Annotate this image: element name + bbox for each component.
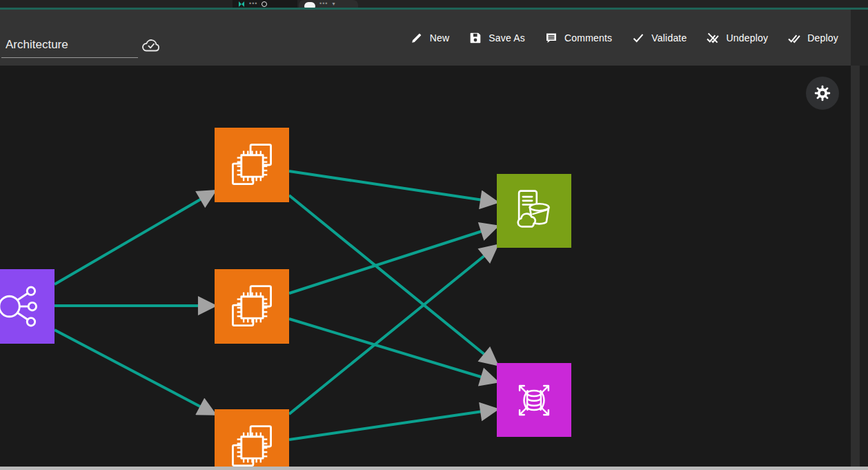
diagram-node-instance-2[interactable] bbox=[215, 269, 289, 344]
deploy-button[interactable]: Deploy bbox=[787, 31, 838, 45]
browser-tab-2[interactable]: ••• ▾ bbox=[299, 0, 358, 8]
save-icon bbox=[468, 31, 482, 45]
ec2-instances-icon bbox=[226, 280, 278, 333]
chevron-down-icon: ▾ bbox=[332, 1, 335, 7]
scaling-database-icon bbox=[508, 374, 560, 427]
undeploy-button[interactable]: Undeploy bbox=[706, 31, 768, 45]
diagram-title-input[interactable] bbox=[1, 28, 138, 58]
browser-tab-1[interactable]: ••• bbox=[233, 0, 297, 8]
browser-tab-strip: ••• ••• ▾ bbox=[0, 0, 868, 8]
comments-label: Comments bbox=[564, 32, 612, 43]
ec2-instances-icon bbox=[226, 139, 278, 191]
ec2-instances-icon bbox=[226, 420, 278, 467]
vertical-scrollbar-track[interactable] bbox=[851, 66, 860, 467]
pencil-icon bbox=[410, 31, 424, 45]
diagram-node-instance-3[interactable] bbox=[215, 409, 289, 467]
validate-button[interactable]: Validate bbox=[631, 31, 687, 45]
gear-icon bbox=[813, 84, 831, 102]
ellipsis-icon: ••• bbox=[249, 1, 257, 7]
double-check-slash-icon bbox=[706, 31, 720, 45]
ellipsis-icon: ••• bbox=[319, 1, 328, 7]
validate-label: Validate bbox=[651, 32, 687, 43]
save-as-button[interactable]: Save As bbox=[468, 31, 525, 45]
load-balancer-icon bbox=[0, 280, 43, 333]
diagram-node-instance-1[interactable] bbox=[215, 128, 289, 202]
right-panel-edge bbox=[860, 66, 868, 467]
diagram-canvas[interactable] bbox=[0, 66, 851, 467]
storage-backup-icon bbox=[508, 185, 560, 237]
toolbar: NewSave AsCommentsValidateUndeployDeploy bbox=[0, 10, 851, 66]
header-right-spacer bbox=[851, 10, 868, 66]
canvas-settings-button[interactable] bbox=[806, 77, 839, 110]
diagram-node-storage[interactable] bbox=[497, 174, 571, 248]
edge-instance-3-to-database[interactable] bbox=[289, 409, 497, 440]
diagram-node-database[interactable] bbox=[497, 363, 571, 437]
edge-instance-1-to-storage[interactable] bbox=[289, 171, 497, 202]
undeploy-label: Undeploy bbox=[726, 32, 768, 43]
cloud-check-icon bbox=[141, 37, 161, 57]
user-ring-icon bbox=[262, 1, 267, 7]
edges-layer bbox=[0, 66, 851, 467]
deploy-label: Deploy bbox=[807, 32, 838, 43]
edge-instance-1-to-database[interactable] bbox=[289, 195, 497, 364]
edge-load-balancer-to-instance-1[interactable] bbox=[55, 191, 215, 284]
new-label: New bbox=[430, 32, 450, 43]
edge-instance-3-to-storage[interactable] bbox=[289, 246, 497, 414]
diagram-node-load-balancer[interactable] bbox=[0, 269, 55, 344]
check-icon bbox=[631, 31, 645, 45]
new-button[interactable]: New bbox=[410, 31, 450, 45]
double-check-icon bbox=[787, 31, 801, 45]
edge-load-balancer-to-instance-3[interactable] bbox=[55, 330, 215, 414]
toolbar-actions: NewSave AsCommentsValidateUndeployDeploy bbox=[410, 10, 838, 66]
edge-instance-2-to-storage[interactable] bbox=[289, 226, 497, 293]
comments-button[interactable]: Comments bbox=[544, 31, 612, 45]
save-as-label: Save As bbox=[489, 32, 525, 43]
comments-icon bbox=[544, 31, 558, 45]
app-logo-icon bbox=[238, 1, 245, 8]
horizontal-scrollbar[interactable] bbox=[0, 467, 868, 470]
